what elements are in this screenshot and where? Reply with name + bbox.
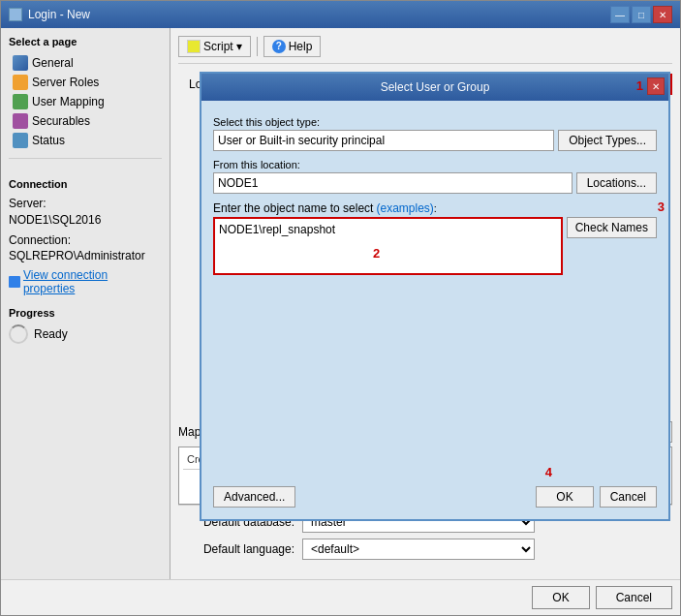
cancel-button[interactable]: Cancel: [596, 586, 672, 609]
connection-section: Connection Server: NODE1\SQL2016 Connect…: [9, 178, 162, 295]
view-connection-icon: [9, 276, 20, 288]
object-type-row: Object Types...: [213, 130, 657, 151]
status-icon: [13, 133, 28, 148]
progress-section: Progress Ready: [9, 307, 162, 344]
sidebar-item-general[interactable]: General: [9, 53, 162, 73]
location-section: From this location: Locations...: [213, 159, 657, 194]
sidebar-divider: [9, 158, 162, 159]
dialog-title: Select User or Group: [381, 80, 490, 94]
object-type-section: Select this object type: Object Types...: [213, 116, 657, 151]
select-user-dialog: Select User or Group ✕ Select this objec…: [200, 72, 670, 521]
dialog-cancel-button[interactable]: Cancel: [600, 486, 657, 508]
help-icon: ?: [272, 40, 286, 53]
title-bar: Login - New — □ ✕: [1, 1, 680, 28]
sidebar-label-server-roles: Server Roles: [32, 76, 99, 89]
sidebar-label-securables: Securables: [32, 114, 90, 128]
maximize-button[interactable]: □: [632, 6, 651, 23]
sidebar-item-user-mapping[interactable]: User Mapping: [9, 92, 162, 111]
connection-title: Connection: [9, 178, 162, 190]
default-lang-select[interactable]: <default>: [302, 539, 535, 560]
default-lang-row: Default language: <default>: [186, 539, 665, 560]
default-lang-label: Default language:: [186, 542, 302, 556]
script-button[interactable]: Script ▾: [178, 36, 251, 57]
server-roles-icon: [13, 75, 28, 90]
general-icon: [13, 55, 28, 71]
object-name-textarea[interactable]: NODE1\repl_snapshot: [213, 217, 563, 275]
view-connection-link[interactable]: View connection properties: [9, 268, 162, 295]
ok-button[interactable]: OK: [532, 586, 589, 609]
help-button[interactable]: ? Help: [263, 36, 322, 57]
main-content: Select a page General Server Roles User …: [1, 28, 680, 579]
check-names-button[interactable]: Check Names: [567, 217, 657, 238]
server-label: Server: NODE1\SQL2016: [9, 196, 162, 229]
content-area: Script ▾ ? Help Login name: 1 Search...: [170, 28, 680, 579]
object-type-input[interactable]: [213, 130, 554, 151]
object-type-label: Select this object type:: [213, 116, 657, 128]
object-textarea-row: NODE1\repl_snapshot 2 3 Check Names: [213, 217, 657, 275]
sidebar-label-status: Status: [32, 134, 65, 147]
window-title: Login - New: [28, 8, 90, 21]
sidebar-label-general: General: [32, 56, 74, 70]
badge-3: 3: [658, 200, 665, 214]
badge-2: 2: [373, 246, 380, 261]
location-row: Locations...: [213, 172, 657, 194]
sidebar-item-status[interactable]: Status: [9, 131, 162, 150]
dropdown-arrow-icon: ▾: [236, 40, 242, 53]
object-types-button[interactable]: Object Types...: [558, 130, 657, 151]
sidebar: Select a page General Server Roles User …: [1, 28, 170, 579]
securables-icon: [13, 113, 28, 129]
sidebar-section-title: Select a page: [9, 36, 162, 47]
dialog-close-button[interactable]: ✕: [647, 77, 665, 95]
badge-4: 4: [545, 465, 552, 479]
badge-1: 1: [636, 78, 643, 93]
object-name-label: Enter the object name to select (example…: [213, 201, 657, 215]
progress-status: Ready: [34, 327, 68, 341]
examples-link[interactable]: (examples): [377, 201, 434, 215]
location-input[interactable]: [213, 172, 573, 194]
sidebar-label-user-mapping: User Mapping: [32, 95, 105, 108]
main-window: Login - New — □ ✕ Select a page General …: [0, 0, 681, 616]
sidebar-item-server-roles[interactable]: Server Roles: [9, 73, 162, 92]
window-footer: OK Cancel: [1, 579, 680, 615]
progress-ready: Ready: [9, 324, 162, 344]
advanced-button[interactable]: Advanced...: [213, 486, 295, 508]
server-value: NODE1\SQL2016: [9, 213, 101, 227]
sidebar-item-securables[interactable]: Securables: [9, 111, 162, 131]
dialog-title-bar: Select User or Group ✕: [201, 74, 668, 101]
locations-button[interactable]: Locations...: [576, 172, 657, 194]
object-name-section: Enter the object name to select (example…: [213, 201, 657, 275]
connection-value: SQLREPRO\Administrator: [9, 249, 145, 262]
dialog-ok-button[interactable]: OK: [536, 486, 593, 508]
minimize-button[interactable]: —: [610, 6, 630, 23]
window-icon: [9, 8, 22, 21]
progress-title: Progress: [9, 307, 162, 319]
window-controls: — □ ✕: [610, 6, 672, 23]
dialog-footer: 4 Advanced... OK Cancel: [213, 482, 657, 508]
script-icon: [187, 40, 201, 53]
connection-label: Connection: SQLREPRO\Administrator: [9, 232, 162, 265]
progress-spinner: [9, 324, 28, 344]
close-button[interactable]: ✕: [653, 6, 672, 23]
toolbar-separator: [257, 37, 258, 56]
location-label: From this location:: [213, 159, 657, 170]
toolbar: Script ▾ ? Help: [178, 36, 672, 64]
user-mapping-icon: [13, 94, 28, 109]
